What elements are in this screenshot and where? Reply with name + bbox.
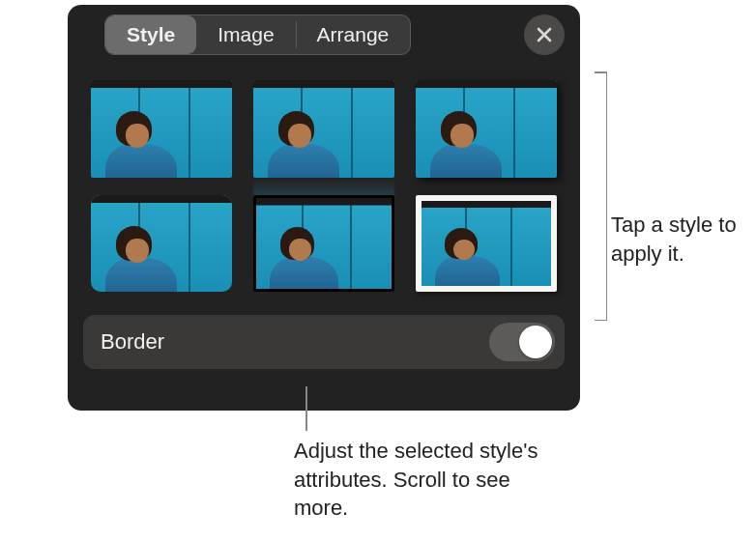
border-toggle[interactable] [489, 323, 555, 361]
style-thumb-rounded[interactable] [91, 195, 232, 293]
tab-arrange[interactable]: Arrange [296, 15, 411, 54]
tabbar-row: Style Image Arrange [83, 14, 565, 55]
border-row: Border [83, 315, 565, 369]
toggle-knob [519, 326, 552, 358]
tabbar: Style Image Arrange [104, 14, 411, 55]
style-thumb-black-frame[interactable] [253, 195, 394, 293]
tab-style-label: Style [127, 23, 175, 46]
callout-leader-bottom [305, 386, 307, 431]
tab-image-label: Image [218, 23, 274, 46]
callout-right: Tap a style to apply it. [611, 211, 746, 268]
tab-style[interactable]: Style [105, 15, 196, 54]
format-panel: Style Image Arrange [68, 5, 580, 411]
close-button[interactable] [524, 14, 565, 55]
style-thumb-reflection[interactable] [253, 80, 394, 178]
tab-image[interactable]: Image [196, 15, 295, 54]
tab-arrange-label: Arrange [317, 23, 390, 46]
callout-bottom: Adjust the selected style's attributes. … [294, 437, 565, 523]
style-thumb-white-frame[interactable] [416, 195, 557, 293]
border-label: Border [101, 329, 164, 355]
styles-grid [83, 72, 565, 311]
callout-bracket-right [588, 71, 607, 321]
style-thumb-shadow[interactable] [416, 80, 557, 178]
style-thumb-plain[interactable] [91, 80, 232, 178]
close-icon [536, 26, 553, 43]
